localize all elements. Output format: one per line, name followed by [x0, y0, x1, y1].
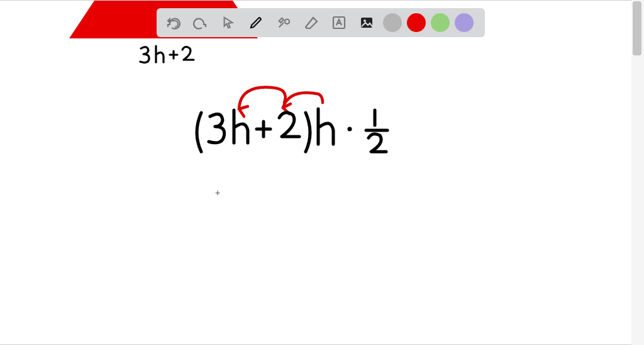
- vertical-scrollbar[interactable]: [631, 0, 644, 345]
- tools-button[interactable]: [272, 11, 295, 34]
- undo-button[interactable]: [162, 11, 184, 34]
- color-purple[interactable]: [455, 13, 474, 32]
- color-green[interactable]: [431, 13, 450, 32]
- scrollbar-thumb[interactable]: [633, 1, 641, 55]
- whiteboard-page: +: [0, 0, 631, 345]
- drawing-toolbar: [157, 8, 485, 37]
- triangle-base-label: [137, 43, 206, 69]
- pen-icon: [248, 15, 264, 30]
- expression-ink: [189, 101, 415, 177]
- crosshair-cursor: +: [215, 188, 220, 197]
- pointer-icon: [221, 16, 235, 30]
- color-grey[interactable]: [383, 13, 402, 32]
- tools-icon: [277, 16, 291, 30]
- image-icon: [359, 15, 374, 30]
- eraser-tool-button[interactable]: [300, 11, 323, 34]
- redo-button[interactable]: [189, 11, 212, 34]
- undo-icon: [165, 15, 180, 30]
- pointer-tool-button[interactable]: [217, 11, 240, 34]
- svg-point-2: [348, 127, 352, 132]
- pen-tool-button[interactable]: [245, 11, 267, 34]
- image-tool-button[interactable]: [355, 11, 378, 34]
- color-red[interactable]: [407, 13, 426, 32]
- drawing-canvas[interactable]: +: [0, 1, 629, 341]
- text-icon: [331, 15, 347, 30]
- text-tool-button[interactable]: [328, 11, 350, 34]
- svg-point-5: [364, 20, 366, 22]
- eraser-icon: [304, 15, 319, 30]
- redo-icon: [193, 15, 208, 30]
